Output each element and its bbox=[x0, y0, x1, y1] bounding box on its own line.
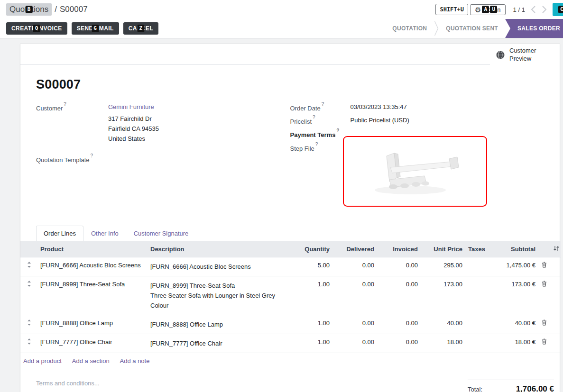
quantity-cell[interactable]: 5.00 bbox=[290, 257, 332, 276]
taxes-cell[interactable] bbox=[465, 257, 488, 276]
stage-quotation-sent[interactable]: QUOTATION SENT bbox=[439, 19, 505, 38]
quotation-template-field-label: Quotation Template? bbox=[36, 155, 108, 164]
payment-terms-field-label: Payment Terms? bbox=[290, 130, 351, 138]
customer-address: 317 Fairchild Dr Fairfield CA 94535 Unit… bbox=[108, 114, 290, 144]
shortcut-badge-action-a: A bbox=[482, 6, 489, 13]
breadcrumb-parent[interactable]: Quotations B bbox=[6, 3, 52, 16]
cancel-button[interactable]: CANCEL Z bbox=[123, 22, 158, 35]
description-column-header: Description bbox=[148, 241, 290, 257]
product-cell[interactable]: [FURN_7777] Office Chair bbox=[37, 334, 148, 353]
delete-row-button[interactable] bbox=[538, 276, 550, 315]
drag-handle[interactable] bbox=[20, 315, 37, 334]
help-marker: ? bbox=[315, 142, 318, 147]
columns-toggle-icon bbox=[553, 246, 560, 251]
unit-price-cell[interactable]: 295.00 bbox=[421, 257, 465, 276]
notebook-tabs: Order Lines Other Info Customer Signatur… bbox=[20, 226, 560, 241]
customer-link[interactable]: Gemini Furniture bbox=[108, 103, 154, 110]
sheet-footer: Terms and conditions... Total: 1,706.00 … bbox=[20, 369, 560, 392]
taxes-column-header: Taxes bbox=[465, 241, 488, 257]
add-product-link[interactable]: Add a product bbox=[23, 357, 62, 365]
breadcrumb-separator: / bbox=[55, 5, 57, 14]
stage-sales-order[interactable]: SALES ORDER bbox=[505, 19, 563, 38]
description-cell[interactable]: [FURN_7777] Office Chair bbox=[148, 334, 290, 353]
delete-row-button[interactable] bbox=[538, 315, 550, 334]
quantity-cell[interactable]: 1.00 bbox=[290, 315, 332, 334]
pricelist-value[interactable]: Public Pricelist (USD) bbox=[351, 117, 545, 125]
quantity-cell[interactable]: 1.00 bbox=[290, 334, 332, 353]
description-cell[interactable]: [FURN_6666] Acoustic Bloc Screens bbox=[148, 257, 290, 276]
table-header-row: Product Description Quantity Delivered I… bbox=[20, 241, 561, 257]
quantity-cell[interactable]: 1.00 bbox=[290, 276, 332, 315]
odoo-window: Quotations B / S00007 SHIFT+U ⚙ Action A… bbox=[0, 0, 563, 392]
invoiced-cell[interactable]: 0.00 bbox=[377, 276, 421, 315]
add-note-link[interactable]: Add a note bbox=[120, 357, 150, 365]
tab-order-lines[interactable]: Order Lines bbox=[36, 226, 83, 241]
drag-handle[interactable] bbox=[20, 334, 37, 353]
taxes-cell[interactable] bbox=[465, 315, 488, 334]
stage-quotation[interactable]: QUOTATION bbox=[385, 19, 434, 38]
drag-handle-icon bbox=[27, 319, 31, 326]
preview-row: Customer Preview bbox=[20, 44, 560, 66]
customer-preview-button[interactable]: Customer Preview bbox=[490, 44, 560, 66]
unit-price-cell[interactable]: 18.00 bbox=[421, 334, 465, 353]
step-file-3d-render bbox=[353, 143, 477, 200]
table-row: [FURN_8999] Three-Seat Sofa [FURN_8999] … bbox=[20, 276, 561, 315]
tab-customer-signature[interactable]: Customer Signature bbox=[126, 226, 196, 241]
delivered-cell[interactable]: 0.00 bbox=[332, 276, 377, 315]
delivered-column-header: Delivered bbox=[332, 241, 377, 257]
create-button[interactable]: C Create bbox=[553, 3, 563, 16]
product-column-header: Product bbox=[37, 241, 148, 257]
delivered-cell[interactable]: 0.00 bbox=[332, 334, 377, 353]
keyboard-hint-shift-u: SHIFT+U bbox=[435, 4, 468, 15]
delete-row-button[interactable] bbox=[538, 334, 550, 353]
tab-other-info[interactable]: Other Info bbox=[83, 226, 126, 241]
unit-price-cell[interactable]: 173.00 bbox=[421, 276, 465, 315]
invoiced-cell[interactable]: 0.00 bbox=[377, 315, 421, 334]
product-cell[interactable]: [FURN_6666] Acoustic Bloc Screens bbox=[37, 257, 148, 276]
pager-previous-button[interactable] bbox=[530, 6, 536, 13]
subtotal-cell: 173.00 € bbox=[488, 276, 538, 315]
status-bar: QUOTATION QUOTATION SENT SALES ORDER bbox=[385, 19, 563, 38]
optional-columns-toggle[interactable] bbox=[550, 241, 561, 257]
subtotal-cell: 1,475.00 € bbox=[488, 257, 538, 276]
invoiced-cell[interactable]: 0.00 bbox=[377, 334, 421, 353]
total-value: 1,706.00 € bbox=[516, 384, 554, 392]
quantity-column-header: Quantity bbox=[290, 241, 332, 257]
delete-row-button[interactable] bbox=[538, 257, 550, 276]
drag-handle[interactable] bbox=[20, 257, 37, 276]
send-email-button[interactable]: SEND EMAIL G bbox=[72, 22, 119, 35]
terms-and-conditions-placeholder[interactable]: Terms and conditions... bbox=[36, 380, 100, 387]
order-title: S00007 bbox=[36, 77, 544, 92]
customer-field-label: Customer? bbox=[36, 103, 108, 112]
description-cell[interactable]: [FURN_8888] Office Lamp bbox=[148, 315, 290, 334]
record-pager: 1 / 1 bbox=[513, 6, 525, 13]
delivered-cell[interactable]: 0.00 bbox=[332, 257, 377, 276]
product-cell[interactable]: [FURN_8999] Three-Seat Sofa bbox=[37, 276, 148, 315]
action-menu-button[interactable]: ⚙ Action A U bbox=[470, 4, 506, 15]
trash-icon bbox=[542, 319, 547, 326]
shortcut-badge-cancel: Z bbox=[137, 25, 144, 32]
delivered-cell[interactable]: 0.00 bbox=[332, 315, 377, 334]
shortcut-badge-create-invoice: Q bbox=[33, 25, 40, 32]
description-cell[interactable]: [FURN_8999] Three-Seat Sofa Three Seater… bbox=[148, 276, 290, 315]
create-invoice-button[interactable]: CREATE INVOICE Q bbox=[6, 22, 67, 35]
add-section-link[interactable]: Add a section bbox=[72, 357, 110, 365]
top-header: Quotations B / S00007 SHIFT+U ⚙ Action A… bbox=[0, 0, 563, 19]
help-marker: ? bbox=[91, 153, 93, 158]
product-cell[interactable]: [FURN_8888] Office Lamp bbox=[37, 315, 148, 334]
drag-handle[interactable] bbox=[20, 276, 37, 315]
globe-icon bbox=[496, 50, 505, 60]
quotation-template-field[interactable] bbox=[108, 155, 290, 164]
invoiced-cell[interactable]: 0.00 bbox=[377, 257, 421, 276]
content-area: Customer Preview S00007 Customer? Gemini… bbox=[0, 38, 563, 392]
order-date-field-label: Order Date? bbox=[290, 103, 351, 112]
step-file-image[interactable] bbox=[343, 136, 487, 207]
unit-price-cell[interactable]: 40.00 bbox=[421, 315, 465, 334]
help-marker: ? bbox=[322, 101, 324, 107]
taxes-cell[interactable] bbox=[465, 276, 488, 315]
pager-next-button[interactable] bbox=[541, 6, 548, 13]
drag-handle-icon bbox=[27, 338, 31, 345]
order-date-value[interactable]: 03/03/2023 13:35:47 bbox=[351, 103, 545, 112]
taxes-cell[interactable] bbox=[465, 334, 488, 353]
breadcrumb-current: S00007 bbox=[60, 5, 88, 14]
